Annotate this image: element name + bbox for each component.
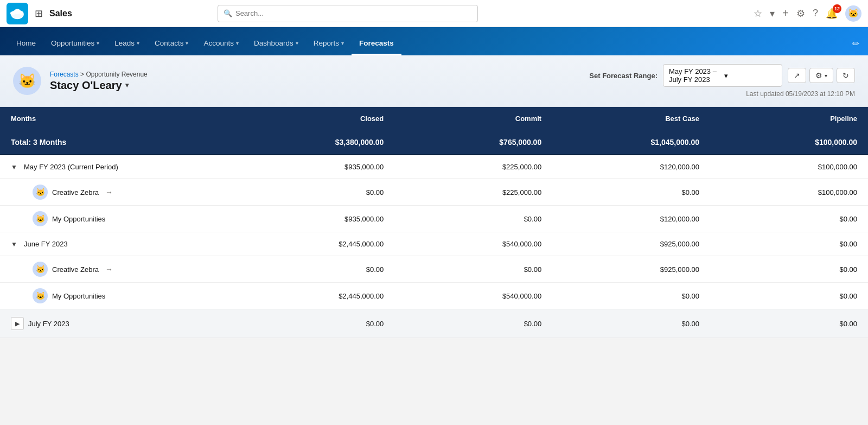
sub-may-creative-zebra-closed: $0.00 (237, 179, 394, 206)
july-expand-button[interactable]: ▶ (11, 317, 24, 330)
total-label: Total: 3 Months (0, 130, 237, 155)
sub-may-creative-zebra-label[interactable]: 🐱 Creative Zebra → (0, 179, 237, 206)
search-icon: 🔍 (224, 9, 232, 17)
col-header-closed[interactable]: Closed (237, 107, 394, 130)
notification-icon[interactable]: 🔔 12 (826, 8, 838, 20)
creative-zebra-avatar-june: 🐱 (33, 262, 48, 277)
breadcrumb-link[interactable]: Forecasts (50, 71, 79, 78)
nav-item-home[interactable]: Home (9, 39, 43, 55)
creative-zebra-avatar-may: 🐱 (33, 185, 48, 200)
period-may-bestcase: $120,000.00 (552, 155, 710, 179)
june-chevron[interactable]: ▼ (11, 240, 20, 248)
period-july-bestcase: $0.00 (552, 309, 710, 338)
period-july-pipeline: $0.00 (710, 309, 868, 338)
forecast-range-value: May FY 2023 – July FY 2023 (669, 67, 721, 84)
leads-chevron: ▾ (137, 40, 139, 46)
nav-item-accounts[interactable]: Accounts ▾ (196, 39, 246, 55)
notification-badge: 12 (833, 4, 841, 13)
forecast-table-container: Months Closed Commit Best Case Pipeline … (0, 107, 868, 338)
nav-item-reports[interactable]: Reports ▾ (306, 39, 352, 55)
period-june-pipeline: $0.00 (710, 232, 868, 256)
sub-june-creative-zebra-bestcase: $925,000.00 (552, 256, 710, 283)
breadcrumb-separator: > (80, 71, 86, 78)
sub-may-my-opps-bestcase: $120,000.00 (552, 206, 710, 232)
header-action-btns: ↗ ⚙ ▾ ↻ (788, 68, 855, 83)
sub-june-creative-zebra-pipeline: $0.00 (710, 256, 868, 283)
dashboards-chevron: ▾ (296, 40, 298, 46)
top-right-icons: ☆ ▾ + ⚙ ? 🔔 12 🐱 (754, 5, 861, 22)
page-header-right: Set Forecast Range: May FY 2023 – July F… (589, 64, 855, 98)
sub-may-my-opps-closed: $935,000.00 (237, 206, 394, 232)
sub-may-creative-zebra-commit: $225,000.00 (394, 179, 552, 206)
sub-may-my-opps-commit: $0.00 (394, 206, 552, 232)
sub-june-creative-zebra-label[interactable]: 🐱 Creative Zebra → (0, 256, 237, 283)
nav-item-contacts[interactable]: Contacts ▾ (147, 39, 196, 55)
grid-icon[interactable]: ⊞ (35, 8, 43, 20)
period-june-commit: $540,000.00 (394, 232, 552, 256)
sub-row-june-my-opps: 🐱 My Opportunities $2,445,000.00 $540,00… (0, 283, 868, 309)
refresh-button[interactable]: ↻ (837, 68, 855, 83)
may-chevron[interactable]: ▼ (11, 163, 20, 171)
help-icon[interactable]: ? (813, 8, 818, 19)
setup-icon[interactable]: ⚙ (796, 8, 805, 20)
nav-item-forecasts[interactable]: Forecasts (352, 39, 401, 55)
sub-june-my-opps-pipeline: $0.00 (710, 283, 868, 309)
favorites-chevron[interactable]: ▾ (770, 8, 775, 20)
search-bar[interactable]: 🔍 (218, 5, 478, 22)
last-updated: Last updated 05/19/2023 at 12:10 PM (746, 90, 855, 98)
settings-button[interactable]: ⚙ ▾ (809, 68, 833, 83)
export-button[interactable]: ↗ (788, 68, 806, 83)
sub-may-my-opps-pipeline: $0.00 (710, 206, 868, 232)
salesforce-logo[interactable] (7, 3, 28, 24)
main-nav: Home Opportunities ▾ Leads ▾ Contacts ▾ … (0, 27, 868, 55)
add-icon[interactable]: + (782, 7, 789, 20)
contacts-chevron: ▾ (186, 40, 188, 46)
period-may-closed: $935,000.00 (237, 155, 394, 179)
sub-row-may-my-opps: 🐱 My Opportunities $935,000.00 $0.00 $12… (0, 206, 868, 232)
col-header-bestcase[interactable]: Best Case (552, 107, 710, 130)
forecast-range-row: Set Forecast Range: May FY 2023 – July F… (589, 64, 855, 87)
nav-item-dashboards[interactable]: Dashboards ▾ (246, 39, 306, 55)
period-june-label[interactable]: ▼ June FY 2023 (0, 232, 237, 256)
period-row-june: ▼ June FY 2023 $2,445,000.00 $540,000.00… (0, 232, 868, 256)
period-may-pipeline: $100,000.00 (710, 155, 868, 179)
user-avatar: 🐱 (13, 67, 41, 95)
sub-june-my-opps-bestcase: $0.00 (552, 283, 710, 309)
app-name: Sales (49, 9, 72, 18)
search-input[interactable] (235, 9, 472, 17)
top-nav: ⊞ Sales 🔍 ☆ ▾ + ⚙ ? 🔔 12 🐱 (0, 0, 868, 27)
col-header-pipeline[interactable]: Pipeline (710, 107, 868, 130)
period-may-label[interactable]: ▼ May FY 2023 (Current Period) (0, 155, 237, 179)
sub-june-creative-zebra-closed: $0.00 (237, 256, 394, 283)
nav-item-opportunities[interactable]: Opportunities ▾ (43, 39, 107, 55)
edit-nav-icon[interactable]: ✏ (852, 39, 859, 55)
total-pipeline: $100,000.00 (710, 130, 868, 155)
forecast-table: Months Closed Commit Best Case Pipeline … (0, 107, 868, 338)
range-chevron: ▾ (724, 72, 776, 80)
creative-zebra-arrow-june[interactable]: → (105, 265, 113, 274)
table-body: Total: 3 Months $3,380,000.00 $765,000.0… (0, 130, 868, 338)
forecast-range-label: Set Forecast Range: (589, 72, 658, 80)
forecast-range-select[interactable]: May FY 2023 – July FY 2023 ▾ (663, 64, 782, 87)
total-row: Total: 3 Months $3,380,000.00 $765,000.0… (0, 130, 868, 155)
col-header-commit[interactable]: Commit (394, 107, 552, 130)
page-header-info: Forecasts > Opportunity Revenue Stacy O'… (50, 71, 580, 92)
favorites-icon[interactable]: ☆ (754, 8, 762, 20)
period-july-label[interactable]: ▶ July FY 2023 (0, 309, 237, 338)
sub-june-my-opps-label: 🐱 My Opportunities (0, 283, 237, 309)
page-title-chevron[interactable]: ▾ (125, 81, 129, 89)
sub-june-creative-zebra-commit: $0.00 (394, 256, 552, 283)
period-june-closed: $2,445,000.00 (237, 232, 394, 256)
opportunities-chevron: ▾ (97, 40, 99, 46)
reports-chevron: ▾ (341, 40, 344, 46)
col-header-months: Months (0, 107, 237, 130)
nav-item-leads[interactable]: Leads ▾ (107, 39, 147, 55)
creative-zebra-arrow-may[interactable]: → (105, 188, 113, 196)
period-july-commit: $0.00 (394, 309, 552, 338)
period-june-bestcase: $925,000.00 (552, 232, 710, 256)
my-opps-avatar-june: 🐱 (33, 288, 48, 303)
sub-june-my-opps-closed: $2,445,000.00 (237, 283, 394, 309)
period-may-commit: $225,000.00 (394, 155, 552, 179)
avatar[interactable]: 🐱 (845, 5, 861, 22)
sub-may-my-opps-label: 🐱 My Opportunities (0, 206, 237, 232)
